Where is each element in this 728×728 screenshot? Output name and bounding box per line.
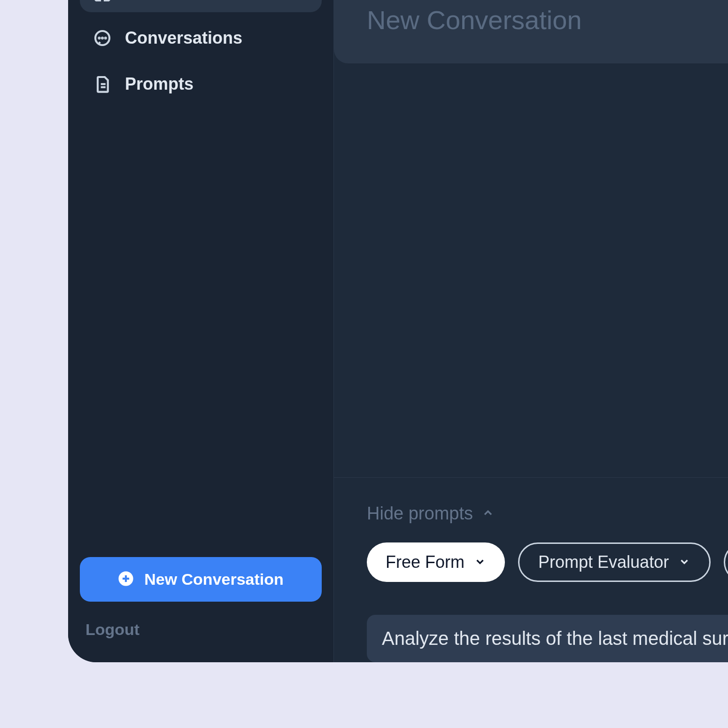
chip-free-form[interactable]: Free Form xyxy=(367,542,505,582)
logout-link[interactable]: Logout xyxy=(80,620,322,639)
prompt-chips: Free Form Prompt Evaluator Edit xyxy=(367,542,728,582)
plus-circle-icon xyxy=(118,571,134,588)
chevron-down-icon xyxy=(678,552,690,572)
chip-label: Prompt Evaluator xyxy=(538,552,669,572)
sidebar-item-label: Conversations xyxy=(125,28,242,48)
hide-prompts-label: Hide prompts xyxy=(367,503,473,524)
conversation-area xyxy=(334,63,728,477)
prompts-panel: Hide prompts Free Form Prompt Evaluator xyxy=(334,477,728,662)
svg-point-2 xyxy=(102,38,103,39)
title-area: New Conversation xyxy=(334,0,728,63)
home-icon xyxy=(93,0,112,1)
sidebar-item-conversations[interactable]: Conversations xyxy=(80,18,322,58)
page-title: New Conversation xyxy=(367,0,728,35)
document-icon xyxy=(93,75,112,93)
sidebar-item-label: Dashboard xyxy=(125,0,213,2)
prompt-input-text: Analyze the results of the last medical … xyxy=(382,628,728,649)
app-frame: Dashboard Conversations Prompts New Conv… xyxy=(68,0,728,662)
sidebar-item-dashboard[interactable]: Dashboard xyxy=(80,0,322,12)
chevron-up-icon xyxy=(481,503,495,524)
new-conversation-button[interactable]: New Conversation xyxy=(80,557,322,602)
chevron-down-icon xyxy=(474,552,486,572)
chip-edit[interactable]: Edit xyxy=(724,542,728,582)
chip-prompt-evaluator[interactable]: Prompt Evaluator xyxy=(518,542,711,582)
new-conversation-label: New Conversation xyxy=(144,570,284,589)
prompt-input[interactable]: Analyze the results of the last medical … xyxy=(367,615,728,662)
svg-point-1 xyxy=(99,38,100,39)
sidebar-item-label: Prompts xyxy=(125,74,194,94)
hide-prompts-toggle[interactable]: Hide prompts xyxy=(367,503,728,524)
nav-list: Dashboard Conversations Prompts xyxy=(80,0,322,557)
chip-label: Free Form xyxy=(386,552,465,572)
svg-point-3 xyxy=(105,38,106,39)
chat-icon xyxy=(93,29,112,47)
sidebar: Dashboard Conversations Prompts New Conv… xyxy=(68,0,333,662)
main-panel: New Conversation Hide prompts Free Form … xyxy=(333,0,728,662)
sidebar-item-prompts[interactable]: Prompts xyxy=(80,64,322,104)
